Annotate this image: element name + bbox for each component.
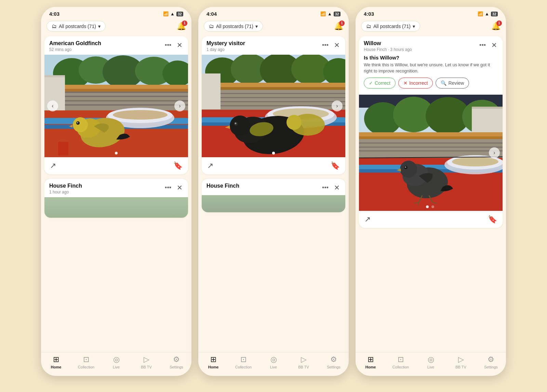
screen-container: 4:03 📶 ▲ 32 🗂 All postcards (71) ▾ 🔔 1 (0, 0, 547, 392)
nav-settings-1[interactable]: ⚙ Settings (167, 355, 186, 369)
nav-bbtv-3[interactable]: ▷ BB TV (451, 355, 470, 369)
x-icon: ✕ (403, 80, 408, 86)
nav-home-1[interactable]: ⊞ Home (46, 355, 66, 369)
nav-live-3[interactable]: ◎ Live (421, 355, 440, 369)
card-goldfinch-title-wrap: American Goldfinch 52 mins ago (49, 40, 101, 52)
nav-bbtv-2[interactable]: ▷ BB TV (294, 355, 313, 369)
mystery-bookmark-btn[interactable]: 🔖 (331, 161, 340, 170)
status-icons-1: 📶 ▲ 32 (163, 11, 183, 16)
mystery-dots-btn[interactable]: ••• (321, 41, 329, 50)
mystery-share-btn[interactable]: ↗ (207, 161, 213, 170)
bbtv-icon-3: ▷ (458, 355, 464, 364)
bell-badge-1: 1 (182, 21, 187, 26)
card-housefinch2-header: House Finch ••• ✕ (202, 179, 345, 195)
status-bar-1: 4:03 📶 ▲ 32 (41, 7, 191, 18)
nav-live-2[interactable]: ◎ Live (264, 355, 283, 369)
postcards-btn-2[interactable]: 🗂 All postcards (71) ▾ (204, 21, 263, 31)
nav-home-2[interactable]: ⊞ Home (204, 355, 223, 369)
nav-live-1[interactable]: ◎ Live (107, 355, 126, 369)
card-willow: Willow House Finch · 3 hours ago ••• ✕ I… (359, 36, 503, 228)
nav-live-label-2: Live (270, 365, 277, 369)
card-housefinch2-stub: House Finch ••• ✕ (202, 178, 345, 212)
bell-badge-3: 1 (496, 21, 502, 26)
card-willow-title-wrap: Willow House Finch · 3 hours ago (364, 40, 412, 52)
header-1: 🗂 All postcards (71) ▾ 🔔 1 (41, 18, 191, 34)
mystery-close-btn[interactable]: ✕ (333, 40, 341, 50)
card-housefinch-header: House Finch 1 hour ago ••• ✕ (44, 179, 188, 197)
svg-point-23 (73, 117, 88, 132)
correct-btn[interactable]: ✓ Correct (364, 78, 396, 89)
stub-image-2 (202, 195, 345, 212)
card-goldfinch-subtitle: 52 mins ago (49, 47, 101, 52)
check-icon: ✓ (369, 80, 373, 86)
nav-collection-1[interactable]: ⊡ Collection (77, 355, 96, 369)
feed-3: Willow House Finch · 3 hours ago ••• ✕ I… (356, 34, 506, 352)
status-icons-3: 📶 ▲ 32 (478, 11, 498, 16)
nav-settings-label-3: Settings (484, 365, 498, 369)
goldfinch-prev-btn[interactable]: ‹ (47, 100, 58, 111)
postcards-btn-3[interactable]: 🗂 All postcards (71) ▾ (361, 21, 420, 31)
mystery-next-btn[interactable]: › (332, 100, 343, 111)
willow-close-btn[interactable]: ✕ (491, 40, 498, 50)
card-goldfinch-image: ‹ › (44, 55, 188, 157)
goldfinch-bookmark-btn[interactable]: 🔖 (173, 161, 183, 170)
nav-live-label-1: Live (113, 365, 120, 369)
nav-settings-2[interactable]: ⚙ Settings (324, 355, 343, 369)
svg-point-75 (452, 157, 498, 166)
correct-label: Correct (375, 80, 390, 86)
nav-home-3[interactable]: ⊞ Home (361, 355, 380, 369)
time-2: 4:04 (206, 11, 217, 17)
svg-rect-37 (202, 93, 345, 94)
feed-1: American Goldfinch 52 mins ago ••• ✕ (41, 34, 191, 352)
housefinch2-dots-btn[interactable]: ••• (321, 184, 329, 192)
status-icons-2: 📶 ▲ 32 (320, 11, 341, 16)
willow-next-btn[interactable]: › (489, 147, 500, 158)
collection-icon-3: ⊡ (398, 355, 404, 364)
card-housefinch2-title-wrap: House Finch (206, 183, 239, 189)
willow-description: We think this is Willow, but we're unsur… (364, 62, 498, 74)
card-housefinch2-actions: ••• ✕ (321, 183, 341, 192)
incorrect-btn[interactable]: ✕ Incorrect (398, 78, 433, 89)
nav-bbtv-1[interactable]: ▷ BB TV (137, 355, 156, 369)
svg-rect-39 (202, 101, 345, 102)
card-willow-header: Willow House Finch · 3 hours ago ••• ✕ (359, 36, 503, 55)
signal-icon-1: 📶 (163, 11, 169, 16)
live-icon-1: ◎ (113, 355, 120, 364)
review-btn[interactable]: 🔍 Review (436, 78, 469, 89)
svg-rect-67 (359, 143, 503, 144)
willow-bookmark-btn[interactable]: 🔖 (488, 215, 497, 224)
housefinch-dots-btn[interactable]: ••• (164, 184, 172, 192)
nav-collection-2[interactable]: ⊡ Collection (234, 355, 253, 369)
willow-dots-btn[interactable]: ••• (479, 41, 486, 50)
goldfinch-close-btn[interactable]: ✕ (176, 40, 183, 50)
housefinch-close-btn[interactable]: ✕ (176, 183, 183, 192)
chevron-icon-2: ▾ (255, 24, 258, 29)
postcards-btn-1[interactable]: 🗂 All postcards (71) ▾ (46, 21, 106, 31)
nav-home-label-3: Home (365, 365, 376, 369)
status-bar-3: 4:03 📶 ▲ 32 (356, 7, 506, 18)
housefinch2-close-btn[interactable]: ✕ (333, 183, 341, 192)
svg-rect-6 (44, 85, 188, 90)
search-icon: 🔍 (441, 80, 446, 86)
settings-icon-3: ⚙ (488, 355, 494, 364)
settings-icon-1: ⚙ (173, 355, 180, 364)
svg-rect-63 (472, 107, 503, 109)
postcards-label-3: All postcards (71) (373, 24, 411, 29)
card-mystery-image: › (202, 55, 345, 157)
goldfinch-next-btn[interactable]: › (174, 100, 185, 111)
nav-settings-3[interactable]: ⚙ Settings (481, 355, 501, 369)
svg-rect-12 (44, 104, 188, 106)
card-housefinch2-title: House Finch (206, 183, 239, 189)
svg-rect-11 (44, 100, 188, 102)
willow-share-btn[interactable]: ↗ (364, 215, 371, 224)
goldfinch-share-btn[interactable]: ↗ (50, 161, 56, 170)
bbtv-icon-1: ▷ (144, 355, 149, 364)
collection-icon-2: ⊡ (240, 355, 246, 364)
nav-live-label-3: Live (427, 365, 434, 369)
card-willow-actions: ••• ✕ (479, 40, 498, 50)
svg-rect-41 (202, 73, 221, 109)
battery-3: 32 (491, 12, 498, 16)
goldfinch-dots-btn[interactable]: ••• (164, 41, 172, 50)
svg-rect-14 (44, 75, 65, 77)
nav-collection-3[interactable]: ⊡ Collection (391, 355, 410, 369)
